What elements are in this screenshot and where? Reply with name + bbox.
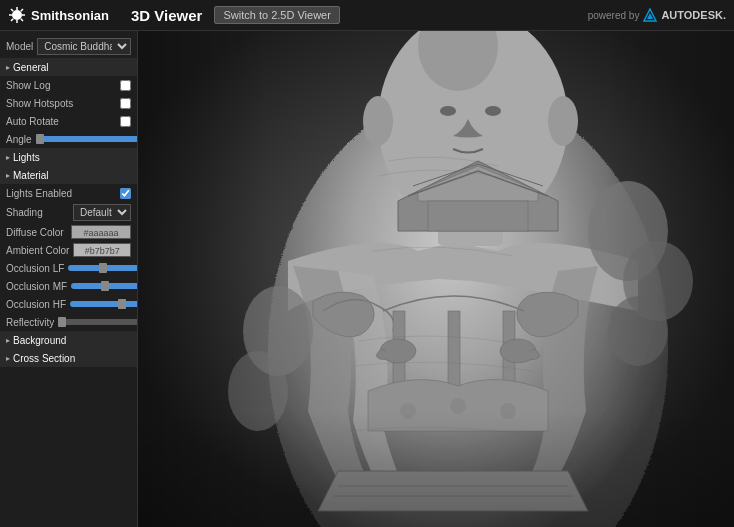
ambient-color-row: Ambient Color #b7b7b7	[0, 241, 137, 259]
svg-point-16	[485, 106, 501, 116]
shading-row: Shading Default	[0, 202, 137, 223]
lights-enabled-checkbox[interactable]	[120, 188, 131, 199]
powered-by-text: powered by	[588, 10, 640, 21]
show-log-label: Show Log	[6, 80, 50, 91]
reflectivity-label: Reflectivity	[6, 317, 54, 328]
sidebar: Model Cosmic Buddha ▸ General Show Log S…	[0, 31, 138, 527]
lights-enabled-row: Lights Enabled	[0, 184, 137, 202]
shading-label: Shading	[6, 207, 43, 218]
svg-line-8	[11, 19, 13, 21]
buddha-render	[138, 31, 734, 527]
angle-row: Angle 0	[0, 130, 137, 148]
lights-arrow-icon: ▸	[6, 153, 10, 162]
lights-section-header[interactable]: ▸ Lights	[0, 148, 137, 166]
autodesk-text: AUTODESK.	[661, 9, 726, 21]
reflectivity-slider-container: 0	[58, 317, 138, 327]
reflectivity-row: Reflectivity 0	[0, 313, 137, 331]
background-arrow-icon: ▸	[6, 336, 10, 345]
occlusion-mf-label: Occlusion MF	[6, 281, 67, 292]
show-log-checkbox[interactable]	[120, 80, 131, 91]
switch-viewer-button[interactable]: Switch to 2.5D Viewer	[214, 6, 339, 24]
material-label: Material	[13, 170, 49, 181]
lights-enabled-label: Lights Enabled	[6, 188, 72, 199]
autodesk-logo: powered by AUTODESK.	[588, 8, 726, 22]
occlusion-mf-row: Occlusion MF 25	[0, 277, 137, 295]
viewer-title: 3D Viewer	[131, 7, 202, 24]
header: Smithsonian 3D Viewer Switch to 2.5D Vie…	[0, 0, 734, 31]
shading-select[interactable]: Default	[73, 204, 131, 221]
cross-section-arrow-icon: ▸	[6, 354, 10, 363]
occlusion-lf-slider[interactable]	[68, 265, 138, 271]
occlusion-hf-label: Occlusion HF	[6, 299, 66, 310]
svg-line-5	[11, 9, 13, 11]
material-section-header[interactable]: ▸ Material	[0, 166, 137, 184]
diffuse-color-value: #aaaaaa	[83, 228, 118, 238]
model-select[interactable]: Cosmic Buddha	[37, 38, 131, 55]
occlusion-lf-row: Occlusion LF 25	[0, 259, 137, 277]
occlusion-hf-row: Occlusion HF 40	[0, 295, 137, 313]
svg-point-15	[440, 106, 456, 116]
reflectivity-slider[interactable]	[58, 319, 138, 325]
svg-line-6	[21, 19, 23, 21]
autodesk-icon	[643, 8, 657, 22]
smithsonian-logo: Smithsonian	[8, 6, 109, 24]
model-row: Model Cosmic Buddha	[0, 35, 137, 58]
diffuse-color-swatch[interactable]: #aaaaaa	[71, 225, 131, 239]
angle-slider-container: 0	[36, 134, 138, 144]
occlusion-mf-slider[interactable]	[71, 283, 138, 289]
diffuse-color-row: Diffuse Color #aaaaaa	[0, 223, 137, 241]
occlusion-mf-slider-container: 25	[71, 281, 138, 291]
angle-slider[interactable]	[36, 136, 138, 142]
cross-section-section-header[interactable]: ▸ Cross Section	[0, 349, 137, 367]
background-label: Background	[13, 335, 66, 346]
material-arrow-icon: ▸	[6, 171, 10, 180]
show-hotspots-row: Show Hotspots	[0, 94, 137, 112]
model-label: Model	[6, 41, 33, 52]
angle-label: Angle	[6, 134, 32, 145]
auto-rotate-checkbox[interactable]	[120, 116, 131, 127]
show-hotspots-label: Show Hotspots	[6, 98, 73, 109]
auto-rotate-label: Auto Rotate	[6, 116, 59, 127]
general-arrow-icon: ▸	[6, 63, 10, 72]
lights-label: Lights	[13, 152, 40, 163]
show-log-row: Show Log	[0, 76, 137, 94]
smithsonian-text: Smithsonian	[31, 8, 109, 23]
3d-viewer[interactable]	[138, 31, 734, 527]
background-section-header[interactable]: ▸ Background	[0, 331, 137, 349]
occlusion-lf-label: Occlusion LF	[6, 263, 64, 274]
svg-point-18	[548, 96, 578, 146]
cross-section-label: Cross Section	[13, 353, 75, 364]
svg-line-7	[21, 9, 23, 11]
svg-point-17	[363, 96, 393, 146]
ambient-color-value: #b7b7b7	[85, 246, 120, 256]
svg-point-0	[12, 10, 22, 20]
ambient-color-label: Ambient Color	[6, 245, 69, 256]
auto-rotate-row: Auto Rotate	[0, 112, 137, 130]
svg-rect-22	[448, 311, 460, 391]
occlusion-hf-slider[interactable]	[70, 301, 138, 307]
show-hotspots-checkbox[interactable]	[120, 98, 131, 109]
main-layout: Model Cosmic Buddha ▸ General Show Log S…	[0, 31, 734, 527]
smithsonian-sun-icon	[8, 6, 26, 24]
general-section-header[interactable]: ▸ General	[0, 58, 137, 76]
ambient-color-swatch[interactable]: #b7b7b7	[73, 243, 131, 257]
occlusion-hf-slider-container: 40	[70, 299, 138, 309]
occlusion-lf-slider-container: 25	[68, 263, 138, 273]
general-label: General	[13, 62, 49, 73]
svg-rect-20	[428, 201, 528, 231]
diffuse-color-label: Diffuse Color	[6, 227, 64, 238]
